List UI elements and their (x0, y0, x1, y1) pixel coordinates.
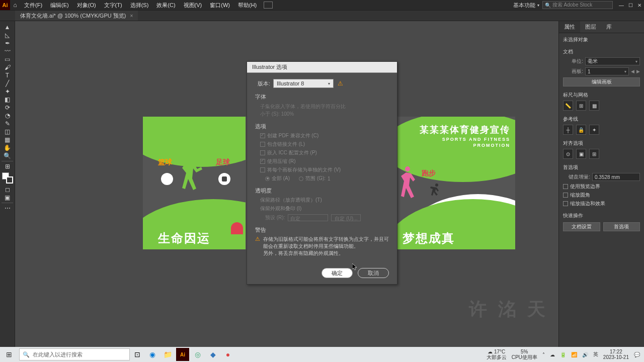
key-inc-input[interactable]: 0.3528 mm (592, 173, 640, 181)
scale-corners-checkbox[interactable] (563, 193, 568, 198)
close-icon[interactable]: ✕ (636, 2, 643, 9)
rectangle-tool-icon[interactable]: ▭ (2, 55, 13, 63)
start-button[interactable]: ⊞ (0, 347, 18, 362)
preview-bounds-checkbox[interactable] (563, 184, 568, 189)
menu-help[interactable]: 帮助(H) (234, 0, 261, 11)
arrange-docs-icon[interactable] (264, 2, 273, 9)
taskbar-search[interactable]: 🔍在此键入以进行搜索 (19, 348, 130, 360)
preferences-button[interactable]: 首选项 (603, 222, 640, 231)
tray-chevron-icon[interactable]: ˄ (542, 352, 545, 357)
mouse-cursor (352, 263, 357, 270)
curvature-tool-icon[interactable]: 〰 (2, 47, 13, 55)
snap-grid-icon[interactable]: ⊞ (589, 149, 599, 159)
document-tab[interactable]: 体育文化墙.ai* @ 100% (CMYK/GPU 预览)× (15, 11, 138, 21)
artboard-next-icon[interactable]: ▶ (636, 69, 640, 74)
selection-tool-icon[interactable]: ▲ (2, 23, 13, 31)
tab-close-icon[interactable]: × (130, 13, 133, 19)
smart-guides-icon[interactable]: ✦ (589, 125, 599, 135)
app-icon-2[interactable]: ◆ (205, 347, 220, 362)
svg-point-0 (197, 155, 202, 160)
scale-corners-label: 缩放圆角 (570, 192, 590, 199)
pen-tool-icon[interactable]: ✒ (2, 39, 13, 47)
app-icon-1[interactable]: ◎ (190, 347, 205, 362)
menu-type[interactable]: 文字(T) (100, 0, 126, 11)
artboard-input[interactable]: 1▾ (585, 67, 629, 75)
menu-edit[interactable]: 编辑(E) (46, 0, 73, 11)
artboard-tool-icon[interactable]: ▦ (2, 136, 13, 144)
minimize-icon[interactable]: — (618, 2, 625, 9)
basketball-label: 篮球 (158, 158, 172, 167)
explorer-icon[interactable]: 📁 (160, 347, 175, 362)
unit-select[interactable]: 毫米▾ (585, 57, 640, 65)
workspace-selector[interactable]: 基本功能▾ (510, 1, 542, 10)
zoom-tool-icon[interactable]: 🔍 (2, 152, 13, 160)
menu-select[interactable]: 选择(S) (126, 0, 153, 11)
edge-icon[interactable]: ◉ (145, 347, 160, 362)
title-bar: Ai ⌂ 文件(F) 编辑(E) 对象(O) 文字(T) 选择(S) 效果(C)… (0, 0, 644, 10)
tray-wifi-icon[interactable]: 📶 (571, 352, 577, 357)
draw-mode-icon[interactable]: ◻ (2, 186, 13, 194)
ruler-icon[interactable]: 📏 (563, 101, 573, 111)
task-view-icon[interactable]: ⊡ (130, 347, 145, 362)
tab-layers[interactable]: 图层 (580, 21, 601, 33)
edit-artboard-button[interactable]: 编辑画板 (563, 77, 640, 86)
tray-notifications-icon[interactable]: 💬 (634, 352, 640, 357)
type-tool-icon[interactable]: T (2, 71, 13, 79)
screen-mode-icon[interactable]: ▣ (2, 194, 13, 202)
line-tool-icon[interactable]: ╱ (2, 79, 13, 87)
edit-toolbar-icon[interactable]: ⋯ (2, 204, 13, 212)
illustrator-icon[interactable]: Ai (176, 348, 189, 361)
unit-label: 单位: (563, 58, 583, 65)
tab-properties[interactable]: 属性 (559, 21, 580, 33)
artboard-prev-icon[interactable]: ◀ (631, 69, 634, 74)
eraser-tool-icon[interactable]: ◧ (2, 96, 13, 104)
guides-lock-icon[interactable]: 🔒 (576, 125, 586, 135)
shape-builder-tool-icon[interactable]: ◔ (2, 112, 13, 120)
poster-subtitle-2: PROMOTION (473, 143, 511, 148)
menu-effect[interactable]: 效果(C) (152, 0, 179, 11)
grid-icon[interactable]: ⊞ (576, 101, 586, 111)
hand-tool-icon[interactable]: ✋ (2, 144, 13, 152)
cancel-button[interactable]: 取消 (358, 268, 389, 278)
ok-button[interactable]: 确定 (321, 268, 353, 278)
opt-pdf-checkbox (260, 133, 265, 138)
opt-icc-checkbox (260, 150, 265, 155)
fill-stroke-icon[interactable] (2, 172, 13, 184)
tray-clock[interactable]: 17:22 2023-10-21 (603, 349, 629, 360)
scale-strokes-label: 缩放描边和效果 (570, 200, 605, 207)
poster-subtitle-1: SPORTS AND FITNESS (442, 137, 510, 142)
transparency-grid-icon[interactable]: ▦ (589, 101, 599, 111)
app-icon-3[interactable]: ● (220, 347, 235, 362)
weather-widget[interactable]: ☁ 17°C 大部多云 (487, 349, 507, 360)
version-select[interactable]: Illustrator 8▾ (273, 79, 334, 88)
doc-setup-button[interactable]: 文档设置 (563, 222, 600, 231)
cpu-widget[interactable]: 5% CPU使用率 (512, 349, 537, 360)
paintbrush-tool-icon[interactable]: 🖌 (2, 63, 13, 71)
stock-search[interactable]: 🔍 搜索 Adobe Stock (542, 1, 613, 9)
scale-strokes-checkbox[interactable] (563, 201, 568, 206)
home-icon[interactable]: ⌂ (10, 0, 20, 10)
tray-ime-icon[interactable]: 英 (593, 351, 598, 358)
menu-file[interactable]: 文件(F) (20, 0, 46, 11)
direct-selection-tool-icon[interactable]: ◺ (2, 31, 13, 39)
menu-object[interactable]: 对象(O) (73, 0, 100, 11)
shaper-tool-icon[interactable]: ✦ (2, 87, 13, 96)
snap-pixel-icon[interactable]: ▣ (576, 149, 586, 159)
rotate-tool-icon[interactable]: ⟳ (2, 104, 13, 112)
menu-view[interactable]: 视图(V) (180, 0, 206, 11)
figure-red-icon (231, 222, 243, 234)
snap-point-icon[interactable]: ⊙ (563, 149, 573, 159)
color-mode-icon[interactable]: ⊞ (2, 162, 13, 170)
guides-visibility-icon[interactable]: ┼ (563, 125, 573, 135)
tray-onedrive-icon[interactable]: ☁ (550, 352, 555, 357)
snap-section: 对齐选项 (563, 140, 640, 147)
tab-libraries[interactable]: 库 (601, 21, 617, 33)
eyedropper-tool-icon[interactable]: ✎ (2, 120, 13, 128)
maximize-icon[interactable]: ☐ (627, 2, 634, 9)
slogan-left: 生命因运 (158, 230, 210, 246)
version-label: 版本: (255, 80, 270, 87)
menu-window[interactable]: 窗口(W) (206, 0, 234, 11)
tray-battery-icon[interactable]: 🔋 (560, 352, 566, 357)
gradient-tool-icon[interactable]: ◫ (2, 128, 13, 136)
tray-volume-icon[interactable]: 🔊 (582, 352, 588, 357)
